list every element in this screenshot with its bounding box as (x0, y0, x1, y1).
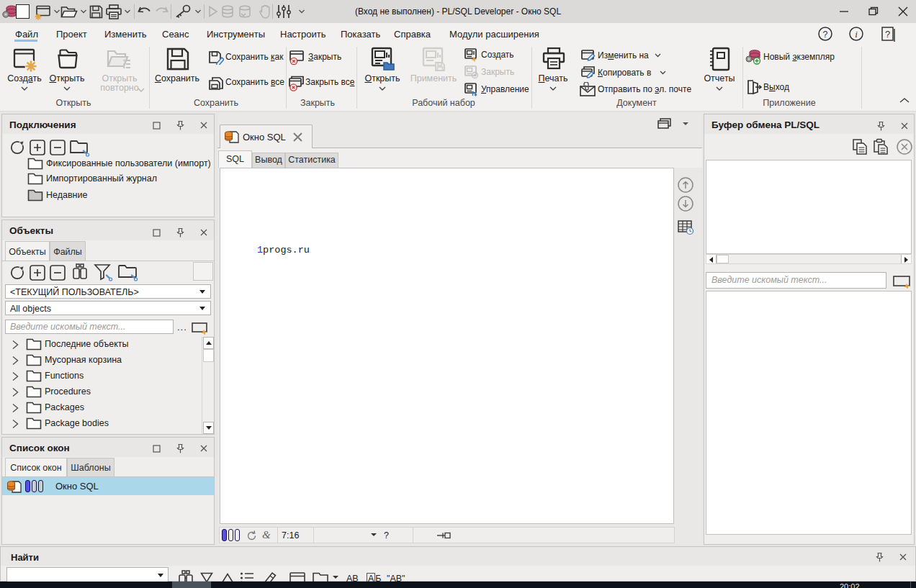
svg-text:?: ? (885, 29, 890, 40)
svg-text:?: ? (823, 30, 828, 40)
svg-text:i: i (855, 29, 858, 40)
